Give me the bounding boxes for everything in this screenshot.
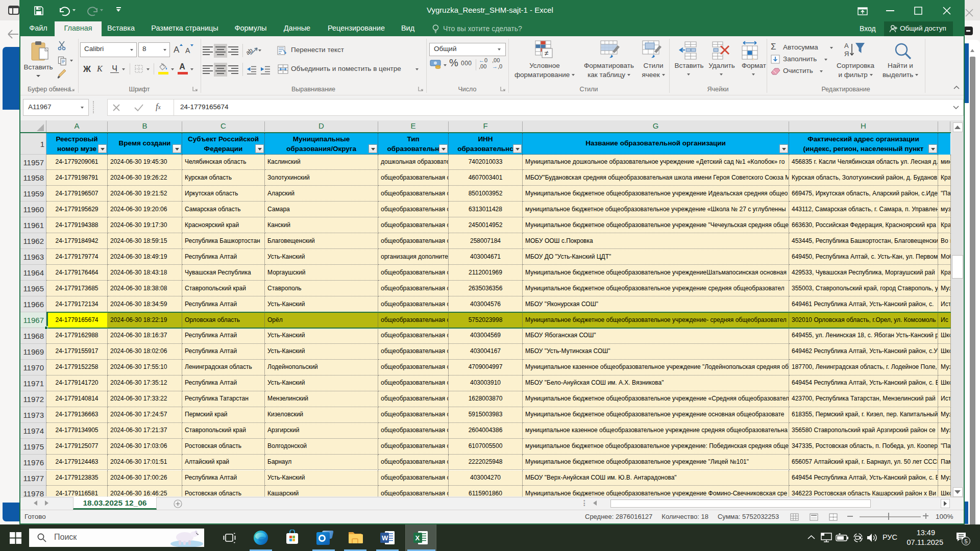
svg-text:W: W	[382, 534, 388, 542]
svg-text:≠: ≠	[545, 49, 549, 57]
svg-text:X: X	[415, 534, 420, 542]
svg-text:ab: ab	[247, 46, 254, 56]
svg-text:А: А	[844, 42, 849, 49]
svg-text:Я: Я	[844, 50, 849, 58]
